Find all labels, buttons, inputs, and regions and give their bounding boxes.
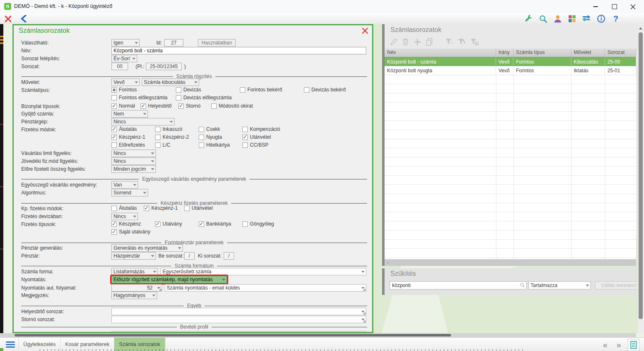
- checkbox-modosito[interactable]: Módosító okirat: [211, 103, 253, 109]
- muvelet-select[interactable]: Vevő: [111, 79, 140, 86]
- be-sorozat-input[interactable]: /: [184, 252, 195, 260]
- cancel-button[interactable]: [2, 14, 13, 24]
- prev-page-button[interactable]: «: [603, 340, 607, 350]
- back-button[interactable]: [18, 14, 29, 24]
- checkbox-kompenzacio[interactable]: Kompenzáció: [242, 126, 280, 132]
- search-button[interactable]: [538, 14, 548, 24]
- checkbox-inkasszo[interactable]: Inkasszó: [155, 126, 182, 132]
- column-header-nev[interactable]: Név: [385, 49, 496, 57]
- penztar-select[interactable]: Házipénztár: [111, 252, 156, 260]
- checkbox-storno[interactable]: Stornó: [178, 103, 200, 109]
- valaszthato-select[interactable]: Igen: [111, 39, 140, 47]
- checkbox-ft-bankkartya[interactable]: Bankkártya: [199, 221, 231, 227]
- checkbox-keszpenz1[interactable]: Készpénz-1: [111, 134, 145, 140]
- next-page-button[interactable]: »: [617, 340, 621, 350]
- checkbox-elorefizetes[interactable]: Előrefizetés: [111, 142, 145, 148]
- maximize-button[interactable]: [607, 2, 622, 11]
- checkbox-keszpenz2[interactable]: Készpénz-2: [155, 134, 189, 140]
- table-row[interactable]: Központi bolt nyugta Vevő Forintos Iktat…: [385, 66, 636, 75]
- checkbox-csekk[interactable]: Csekk: [199, 126, 220, 132]
- vasarlasi-select[interactable]: Nincs: [111, 150, 156, 157]
- resize-corner-icon: [159, 288, 161, 291]
- filter-icon[interactable]: [445, 38, 454, 46]
- checkbox-forintos-eloleg[interactable]: Forintos előlegszámla: [111, 95, 168, 101]
- add-icon[interactable]: [413, 38, 422, 46]
- table-row[interactable]: Központi bolt - számla Vevő Forintos Kib…: [385, 57, 636, 66]
- checkbox-ccbsp[interactable]: CC/BSP: [242, 142, 269, 148]
- checkbox-ft-sajat-utalvany[interactable]: Saját utalvány: [111, 229, 150, 235]
- scrollbar-thumb[interactable]: [15, 334, 451, 336]
- menu-button[interactable]: [6, 341, 15, 348]
- checkbox-kp-utanvetel[interactable]: Utánvétel: [184, 205, 213, 211]
- checkbox-devizas-eloleg[interactable]: Devizás előlegszámla: [176, 95, 232, 101]
- user-button[interactable]: [552, 14, 563, 24]
- transfer-button[interactable]: [581, 14, 592, 24]
- penztargen-select[interactable]: Generálás és nyomtatás: [111, 244, 183, 252]
- vertical-scrollbar[interactable]: [637, 24, 644, 333]
- checkbox-hitelkartya[interactable]: Hitelkártya: [199, 142, 230, 148]
- elorefizetett-select[interactable]: Minden jogcím: [111, 165, 156, 173]
- checkbox-ft-keszpenz[interactable]: Készpénz: [111, 221, 141, 227]
- ki-sorozat-input[interactable]: /: [224, 252, 234, 260]
- checkbox-ft-utalvany[interactable]: Utalvány: [155, 221, 182, 227]
- toolbar: ?: [0, 13, 644, 25]
- sorozat-input[interactable]: 00: [111, 63, 128, 70]
- muvelet-tipus-select[interactable]: Számla kibocsátás: [142, 79, 199, 86]
- nyomtatas-select-highlighted[interactable]: Először rögzített számlakép, majd nyomta…: [111, 276, 227, 283]
- checkbox-devizas[interactable]: Devizás: [176, 87, 201, 93]
- checkbox-helyesbito[interactable]: Helyesbítő: [141, 103, 172, 109]
- gyujto-select[interactable]: Nem: [111, 110, 148, 118]
- minimize-button[interactable]: [588, 2, 602, 11]
- nev-input[interactable]: Központi bolt - számla: [111, 47, 366, 54]
- form-close-button[interactable]: [362, 28, 369, 34]
- filter-clear-icon[interactable]: [457, 38, 466, 46]
- help-button[interactable]: ?: [610, 14, 621, 24]
- checkbox-atutalas[interactable]: Átutalás: [111, 126, 137, 132]
- checkbox-devizas-bekero[interactable]: Devizás bekérő: [304, 87, 346, 93]
- jovedeki-select[interactable]: Nincs: [111, 157, 156, 165]
- helyesbito-select[interactable]: [111, 308, 366, 315]
- checkbox-box: [176, 87, 181, 93]
- checkbox-utanvetel[interactable]: Utánvétel: [242, 134, 271, 140]
- settings-button[interactable]: [523, 14, 534, 24]
- szamlaforma-select[interactable]: Listaformázás: [111, 268, 158, 275]
- copy-icon[interactable]: [425, 38, 433, 46]
- checkbox-lc[interactable]: L/C: [155, 142, 170, 148]
- felepites-select[interactable]: Év-Sor/: [111, 55, 137, 62]
- list-view-button[interactable]: [628, 339, 639, 351]
- checkbox-kp-keszpenz1[interactable]: Készpénz-1: [144, 205, 178, 211]
- radio-forintos[interactable]: Forintos: [111, 87, 137, 93]
- nyomtatas-aut-select[interactable]: Számla nyomtatás - email küldés: [165, 284, 366, 292]
- filter-add-icon[interactable]: [470, 38, 479, 46]
- info-button[interactable]: [596, 14, 607, 24]
- megjegyzes-select[interactable]: Hagyományos: [111, 292, 157, 299]
- edit-icon[interactable]: [390, 38, 398, 46]
- checkbox-normal[interactable]: Normál: [111, 103, 135, 109]
- search-input[interactable]: [390, 281, 527, 290]
- column-header-irany[interactable]: Irány: [496, 49, 513, 57]
- delete-icon[interactable]: [402, 38, 410, 46]
- algoritmus-select[interactable]: Sorrend: [111, 189, 148, 196]
- penztargep-select[interactable]: Nincs: [111, 118, 175, 125]
- switch-to-search-button[interactable]: Váltás keresésre: [595, 281, 636, 290]
- scrollbar-thumb[interactable]: [639, 32, 643, 319]
- column-header-muvelet[interactable]: Művelet: [571, 49, 605, 57]
- field-felepites: Sorozat felépítés: Év-Sor/: [21, 55, 367, 63]
- storno-select[interactable]: [111, 316, 366, 323]
- close-button[interactable]: [626, 2, 640, 11]
- field-fizmod-2: Készpénz-1 Készpénz-2 Nyugta Utánvétel: [21, 134, 367, 142]
- column-header-sorozat[interactable]: Sorozat: [605, 49, 636, 57]
- checkbox-forintos-bekero[interactable]: Forintos bekérő: [240, 87, 282, 93]
- column-header-szamla-tipus[interactable]: Számla típus: [513, 49, 571, 57]
- table-hscrollbar[interactable]: ‹: [385, 259, 636, 266]
- horizontal-scrollbar[interactable]: [0, 333, 636, 337]
- checkbox-kp-atutalas[interactable]: Átutalás: [111, 205, 137, 211]
- engedmeny-select[interactable]: Van: [111, 181, 138, 189]
- apps-button[interactable]: [567, 14, 577, 24]
- checkbox-nyugta[interactable]: Nyugta: [199, 134, 222, 140]
- nyomtatas-aut-number[interactable]: 52: [111, 284, 162, 292]
- checkbox-ft-gongyoleg[interactable]: Göngyöleg: [242, 221, 274, 227]
- fizdeviza-select[interactable]: Nincs: [111, 213, 138, 220]
- filter-mode-select[interactable]: Tartalmazza: [528, 281, 591, 290]
- szamlaforma-tipus-select[interactable]: Egyszerűsített számla: [160, 268, 366, 275]
